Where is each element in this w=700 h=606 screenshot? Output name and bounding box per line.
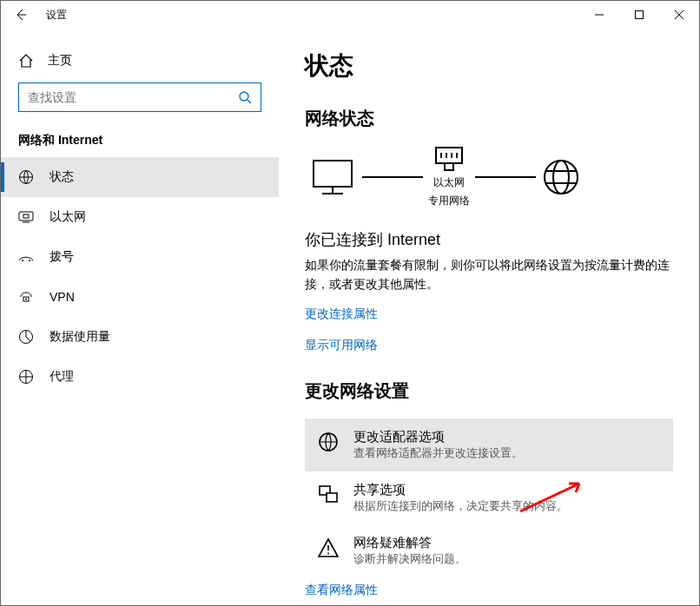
option-title: 更改适配器选项 (353, 429, 523, 445)
close-icon (675, 10, 683, 19)
datausage-icon (18, 329, 34, 345)
home-label: 主页 (48, 53, 72, 69)
search-icon (238, 90, 252, 104)
sharing-icon (317, 482, 340, 506)
sidebar-item-proxy[interactable]: 代理 (1, 357, 279, 397)
home-row[interactable]: 主页 (1, 46, 279, 82)
main-panel: 状态 网络状态 以太网 专用网络 你已连接到 Internet 如果你的流量套餐… (279, 29, 699, 605)
option-title: 网络疑难解答 (353, 535, 466, 551)
link-show-networks[interactable]: 显示可用网络 (305, 338, 673, 353)
option-desc: 查看网络适配器并更改连接设置。 (353, 445, 523, 461)
computer-icon (308, 157, 357, 197)
svg-rect-13 (445, 163, 453, 170)
svg-rect-18 (327, 493, 337, 502)
sidebar-item-label: 代理 (50, 369, 74, 385)
option-change-adapter[interactable]: 更改适配器选项 查看网络适配器并更改连接设置。 (305, 418, 673, 471)
option-sharing[interactable]: 共享选项 根据所连接到的网络，决定要共享的内容。 (305, 471, 673, 524)
home-icon (18, 53, 34, 69)
search-input[interactable] (28, 90, 238, 104)
sidebar-item-label: 状态 (50, 169, 74, 185)
diagram-line (362, 176, 423, 178)
svg-rect-12 (436, 148, 462, 163)
back-button[interactable] (1, 1, 43, 29)
option-desc: 根据所连接到的网络，决定要共享的内容。 (353, 498, 568, 514)
minimize-button[interactable] (579, 1, 619, 29)
option-troubleshoot[interactable]: 网络疑难解答 诊断并解决网络问题。 (305, 524, 673, 577)
ethernet-adapter-icon (434, 146, 464, 172)
troubleshoot-icon (317, 535, 340, 559)
network-diagram: 以太网 专用网络 (305, 146, 673, 215)
svg-rect-4 (23, 214, 29, 218)
option-title: 共享选项 (353, 482, 568, 498)
private-network-caption: 专用网络 (428, 194, 470, 208)
svg-rect-0 (636, 11, 644, 19)
svg-point-14 (545, 161, 578, 194)
window-title: 设置 (43, 8, 67, 23)
titlebar: 设置 (1, 1, 699, 29)
svg-point-19 (327, 552, 329, 554)
svg-point-8 (25, 299, 27, 300)
sidebar-item-label: VPN (50, 290, 75, 304)
connected-body: 如果你的流量套餐有限制，则你可以将此网络设置为按流量计费的连接，或者更改其他属性… (305, 255, 670, 294)
network-status-heading: 网络状态 (305, 107, 673, 130)
change-settings-heading: 更改网络设置 (305, 379, 673, 403)
sidebar-item-dialup[interactable]: 拨号 (1, 237, 279, 277)
link-change-connection[interactable]: 更改连接属性 (305, 306, 673, 322)
sidebar-section-label: 网络和 Internet (1, 133, 279, 157)
arrow-left-icon (15, 8, 29, 22)
minimize-icon (595, 10, 604, 19)
svg-point-15 (553, 161, 569, 194)
svg-point-5 (22, 260, 23, 261)
ethernet-caption: 以太网 (433, 175, 465, 190)
page-title: 状态 (305, 49, 673, 82)
sidebar-item-label: 数据使用量 (50, 329, 110, 345)
proxy-icon (18, 369, 34, 385)
close-button[interactable] (659, 1, 699, 29)
svg-rect-3 (19, 212, 33, 221)
search-box[interactable] (18, 82, 261, 112)
sidebar-item-vpn[interactable]: VPN (1, 277, 279, 317)
ethernet-icon (18, 211, 34, 223)
nav-list: 状态 以太网 拨号 VPN 数据使用量 (1, 157, 279, 397)
vpn-icon (18, 291, 34, 303)
sidebar-item-datausage[interactable]: 数据使用量 (1, 317, 279, 357)
adapter-options-icon (317, 429, 340, 453)
maximize-button[interactable] (619, 1, 659, 29)
dialup-icon (18, 252, 34, 262)
connected-title: 你已连接到 Internet (305, 229, 673, 250)
status-icon (18, 169, 34, 185)
svg-point-1 (240, 92, 248, 101)
svg-rect-11 (314, 161, 352, 187)
maximize-icon (635, 10, 644, 19)
option-desc: 诊断并解决网络问题。 (353, 551, 466, 567)
svg-point-6 (29, 260, 30, 261)
diagram-line (475, 176, 536, 178)
link-view-props[interactable]: 查看网络属性 (305, 583, 673, 598)
sidebar-item-label: 以太网 (50, 209, 86, 225)
sidebar-item-ethernet[interactable]: 以太网 (1, 197, 279, 237)
globe-icon (541, 157, 581, 197)
sidebar-item-label: 拨号 (50, 249, 74, 265)
sidebar-item-status[interactable]: 状态 (1, 157, 279, 197)
sidebar: 主页 网络和 Internet 状态 以太网 (1, 29, 279, 605)
